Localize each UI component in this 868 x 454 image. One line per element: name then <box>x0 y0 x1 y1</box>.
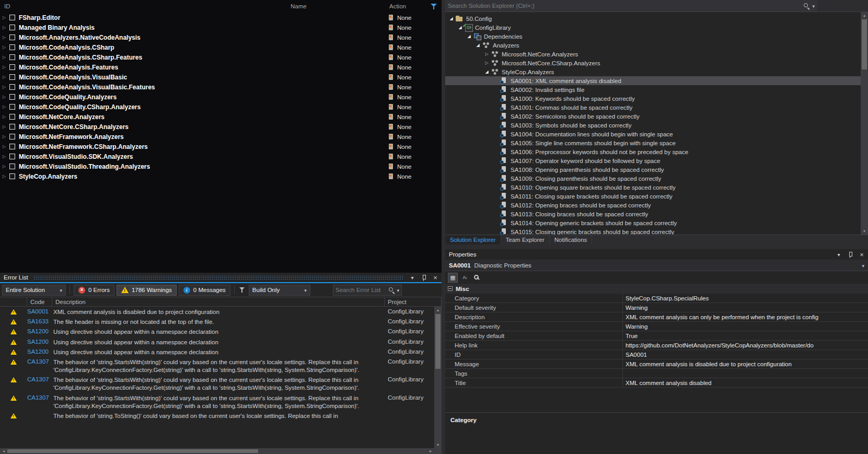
analyzer-row[interactable]: Microsoft.CodeAnalysis.CSharp None <box>0 42 442 52</box>
analyzer-action-selector[interactable]: None <box>388 94 412 100</box>
property-value[interactable]: True <box>623 331 868 340</box>
analyzer-checkbox[interactable] <box>9 134 15 139</box>
error-row[interactable]: CA1307 The behavior of 'string.StartsWit… <box>0 393 434 411</box>
expander-arrow-icon[interactable] <box>0 25 8 30</box>
error-row[interactable]: SA1633 The file header is missing or not… <box>0 317 434 327</box>
tree-item[interactable]: SA1012: Opening braces should be spaced … <box>445 201 861 209</box>
expander-arrow-icon[interactable] <box>0 65 8 69</box>
error-row[interactable]: CA1307 The behavior of 'string.StartsWit… <box>0 375 434 392</box>
column-header-id[interactable]: ID <box>0 3 10 9</box>
tree-item[interactable]: SA1011: Closing square brackets should b… <box>445 192 861 201</box>
analyzer-action-selector[interactable]: None <box>388 64 412 71</box>
error-code-link[interactable]: SA1200 <box>27 338 52 345</box>
analyzer-checkbox[interactable] <box>9 154 15 159</box>
analyzer-row[interactable]: Microsoft.VisualStudio.SDK.Analyzers Non… <box>0 152 442 161</box>
tree-item[interactable]: SA1003: Symbols should be spaced correct… <box>445 121 861 130</box>
expander-arrow-icon[interactable] <box>0 15 8 20</box>
expander-arrow-icon[interactable] <box>483 69 491 74</box>
property-row[interactable]: Category StyleCop.CSharp.SpecialRules <box>445 294 868 303</box>
tree-item[interactable]: 50.Config <box>445 14 861 23</box>
property-value[interactable]: StyleCop.CSharp.SpecialRules <box>623 294 868 302</box>
property-row[interactable]: Help link https://github.com/DotNetAnaly… <box>445 341 868 350</box>
error-row[interactable]: SA1200 Using directive should appear wit… <box>0 347 434 357</box>
expander-arrow-icon[interactable] <box>483 61 491 65</box>
error-row[interactable]: SA0001 XML comment analysis is disabled … <box>0 307 434 317</box>
error-code-link[interactable]: SA0001 <box>27 308 52 315</box>
pin-button[interactable] <box>846 251 854 259</box>
filter-icon[interactable] <box>431 3 437 10</box>
error-code-link[interactable]: CA1307 <box>27 394 52 401</box>
expander-arrow-icon[interactable] <box>0 75 8 79</box>
tool-window-tab[interactable]: Notifications <box>550 235 593 245</box>
tree-item[interactable]: SA1015: Closing generic brackets should … <box>445 227 861 235</box>
column-header-project[interactable]: Project <box>385 297 442 306</box>
analyzer-action-selector[interactable]: None <box>388 133 412 140</box>
tree-item[interactable]: StyleCop.Analyzers <box>445 67 861 76</box>
error-code-link[interactable]: SA1633 <box>27 318 52 324</box>
analyzer-action-selector[interactable]: None <box>388 123 412 130</box>
analyzer-action-selector[interactable]: None <box>388 84 412 90</box>
close-button[interactable] <box>431 274 439 282</box>
property-value[interactable]: SA0001 <box>623 350 868 359</box>
analyzer-row[interactable]: Microsoft.CodeAnalysis.Features None <box>0 62 442 72</box>
drag-grip[interactable] <box>33 275 403 280</box>
analyzer-checkbox[interactable] <box>9 64 15 70</box>
tree-item[interactable]: Dependencies <box>445 32 861 41</box>
solution-search-input[interactable] <box>448 3 801 9</box>
property-row[interactable]: Tags <box>445 369 868 378</box>
analyzer-action-selector[interactable]: None <box>388 34 412 41</box>
scroll-up-arrow[interactable] <box>861 12 868 19</box>
analyzer-row[interactable]: Microsoft.CodeAnalysis.VisualBasic.Featu… <box>0 82 442 92</box>
expander-arrow-icon[interactable] <box>474 43 482 48</box>
analyzer-row[interactable]: Microsoft.NetFramework.CSharp.Analyzers … <box>0 142 442 152</box>
vertical-scrollbar[interactable] <box>861 12 868 235</box>
tree-item[interactable]: SA1013: Closing braces should be spaced … <box>445 209 861 218</box>
column-header-code[interactable]: Code <box>27 297 52 306</box>
analyzer-action-selector[interactable]: None <box>388 44 412 51</box>
analyzer-row[interactable]: Microsoft.NetCore.Analyzers None <box>0 112 442 122</box>
column-header-description[interactable]: Description <box>52 297 385 306</box>
tree-item[interactable]: Microsoft.NetCore.Analyzers <box>445 50 861 59</box>
analyzer-action-selector[interactable]: None <box>388 14 412 21</box>
tree-item[interactable]: SA1000: Keywords should be spaced correc… <box>445 94 861 103</box>
analyzer-row[interactable]: StyleCop.Analyzers None <box>0 171 442 181</box>
chevron-down-icon[interactable] <box>812 2 815 9</box>
errors-filter-button[interactable]: 0 Errors <box>74 285 114 296</box>
analyzer-checkbox[interactable] <box>9 44 15 50</box>
tool-window-tab[interactable]: Solution Explorer <box>445 235 501 245</box>
error-search-box[interactable] <box>333 285 402 296</box>
property-row[interactable]: ID SA0001 <box>445 350 868 359</box>
tree-item[interactable]: SA1002: Semicolons should be spaced corr… <box>445 112 861 121</box>
property-value[interactable]: XML comment analysis is disabled due to … <box>623 359 868 368</box>
messages-filter-button[interactable]: 0 Messages <box>179 285 230 296</box>
property-row[interactable]: Enabled by default True <box>445 331 868 341</box>
expander-arrow-icon[interactable] <box>447 16 455 21</box>
column-header-severity[interactable] <box>0 297 27 306</box>
analyzer-row[interactable]: Managed Binary Analysis None <box>0 22 442 32</box>
clear-filters-icon[interactable] <box>239 287 246 293</box>
warnings-filter-button[interactable]: 1786 Warnings <box>117 285 177 296</box>
analyzer-action-selector[interactable]: None <box>388 54 412 61</box>
pin-button[interactable] <box>420 274 428 282</box>
analyzer-checkbox[interactable] <box>9 114 15 120</box>
analyzer-action-selector[interactable]: None <box>388 173 412 180</box>
analyzer-checkbox[interactable] <box>9 124 15 130</box>
analyzer-checkbox[interactable] <box>9 25 15 30</box>
analyzer-action-selector[interactable]: None <box>388 113 412 120</box>
collapse-icon[interactable] <box>448 286 453 291</box>
categorized-view-button[interactable] <box>448 273 458 283</box>
scope-dropdown[interactable]: Entire Solution <box>2 285 66 296</box>
error-row[interactable]: CA1307 The behavior of 'string.StartsWit… <box>0 357 434 375</box>
scroll-thumb[interactable] <box>862 19 867 69</box>
tree-item[interactable]: ConfigLibrary <box>445 23 861 32</box>
expander-arrow-icon[interactable] <box>0 124 8 129</box>
scroll-down-arrow[interactable] <box>434 441 442 448</box>
horizontal-scrollbar[interactable] <box>0 448 434 454</box>
analyzer-action-selector[interactable]: None <box>388 163 412 170</box>
expander-arrow-icon[interactable] <box>0 144 8 149</box>
property-row[interactable]: Description XML comment analysis can onl… <box>445 312 868 322</box>
chevron-down-icon[interactable] <box>397 286 399 294</box>
window-position-button[interactable] <box>835 251 843 259</box>
analyzer-action-selector[interactable]: None <box>388 74 412 80</box>
expander-arrow-icon[interactable] <box>0 154 8 159</box>
